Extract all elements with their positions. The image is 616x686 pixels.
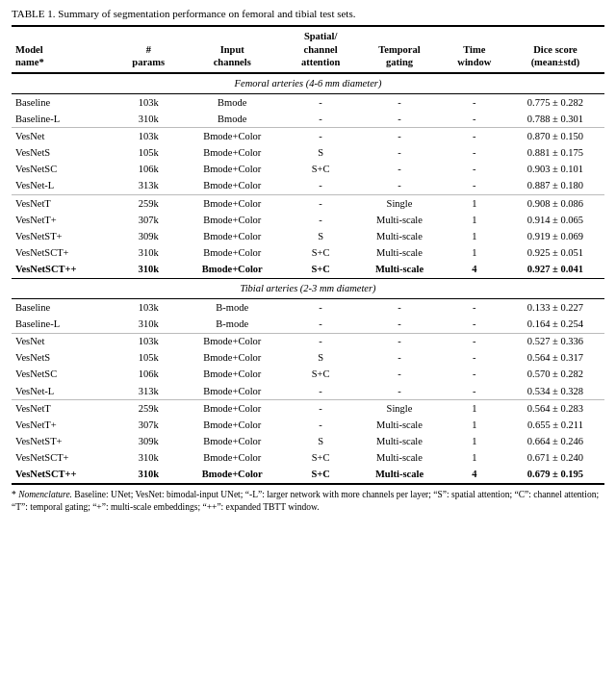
cell-value: - xyxy=(443,367,506,383)
cell-value: 1 xyxy=(443,434,506,450)
cell-value: 105k xyxy=(117,350,179,367)
cell-value: - xyxy=(285,111,356,128)
cell-value: S+C xyxy=(285,262,356,279)
cell-value: 0.870 ± 0.150 xyxy=(506,128,604,145)
cell-value: S xyxy=(285,434,356,450)
cell-value: S+C xyxy=(285,467,356,484)
cell-value: 106k xyxy=(117,367,179,383)
cell-value: - xyxy=(443,299,506,317)
table-row: VesNet-L313kBmode+Color---0.534 ± 0.328 xyxy=(12,383,604,400)
cell-value: - xyxy=(356,350,443,367)
cell-value: S+C xyxy=(285,367,356,383)
cell-value: B-mode xyxy=(179,316,285,333)
cell-value: Bmode+Color xyxy=(179,434,285,450)
model-name: VesNet xyxy=(12,128,117,145)
cell-value: - xyxy=(443,145,506,162)
cell-value: - xyxy=(443,383,506,400)
tibial-section-header: Tibial arteries (2-3 mm diameter) xyxy=(12,278,604,298)
cell-value: 0.679 ± 0.195 xyxy=(506,467,604,484)
cell-value: 307k xyxy=(117,212,179,228)
cell-value: 0.664 ± 0.246 xyxy=(506,434,604,450)
cell-value: 103k xyxy=(117,94,179,112)
model-name: VesNetSC xyxy=(12,162,117,178)
cell-value: B-mode xyxy=(179,299,285,317)
col-header-model: Modelname* xyxy=(12,26,117,73)
cell-value: Multi-scale xyxy=(356,262,443,279)
cell-value: Bmode xyxy=(179,94,285,112)
col-header-time: Timewindow xyxy=(443,26,506,73)
cell-value: 0.887 ± 0.180 xyxy=(506,178,604,195)
cell-value: Bmode+Color xyxy=(179,450,285,467)
cell-value: Multi-scale xyxy=(356,212,443,228)
cell-value: Bmode+Color xyxy=(179,195,285,213)
model-name: VesNetSCT++ xyxy=(12,262,117,279)
model-name: VesNetT xyxy=(12,195,117,213)
cell-value: 310k xyxy=(117,467,179,484)
cell-value: 0.881 ± 0.175 xyxy=(506,145,604,162)
cell-value: - xyxy=(285,212,356,228)
table-row: VesNet-L313kBmode+Color---0.887 ± 0.180 xyxy=(12,178,604,195)
table-row: VesNetST+309kBmode+ColorSMulti-scale10.9… xyxy=(12,228,604,244)
cell-value: 106k xyxy=(117,162,179,178)
cell-value: 0.570 ± 0.282 xyxy=(506,367,604,383)
cell-value: 0.788 ± 0.301 xyxy=(506,111,604,128)
table-row: VesNetST+309kBmode+ColorSMulti-scale10.6… xyxy=(12,434,604,450)
model-name: VesNetSCT+ xyxy=(12,245,117,262)
cell-value: 310k xyxy=(117,111,179,128)
cell-value: 310k xyxy=(117,316,179,333)
cell-value: - xyxy=(285,417,356,433)
cell-value: 1 xyxy=(443,195,506,213)
table-header-row: Modelname* #params Inputchannels Spatial… xyxy=(12,26,604,73)
table-row: VesNet103kBmode+Color---0.870 ± 0.150 xyxy=(12,128,604,145)
cell-value: 1 xyxy=(443,400,506,418)
cell-value: Bmode+Color xyxy=(179,400,285,418)
cell-value: 309k xyxy=(117,434,179,450)
cell-value: - xyxy=(285,299,356,317)
cell-value: Bmode+Color xyxy=(179,178,285,195)
cell-value: S+C xyxy=(285,450,356,467)
cell-value: Bmode+Color xyxy=(179,245,285,262)
cell-value: - xyxy=(285,316,356,333)
cell-value: Multi-scale xyxy=(356,467,443,484)
cell-value: S xyxy=(285,145,356,162)
cell-value: - xyxy=(443,178,506,195)
cell-value: - xyxy=(356,128,443,145)
table-row: VesNetSC106kBmode+ColorS+C--0.903 ± 0.10… xyxy=(12,162,604,178)
table-row: VesNetS105kBmode+ColorS--0.564 ± 0.317 xyxy=(12,350,604,367)
cell-value: S+C xyxy=(285,245,356,262)
cell-value: 105k xyxy=(117,145,179,162)
cell-value: 0.164 ± 0.254 xyxy=(506,316,604,333)
cell-value: Bmode+Color xyxy=(179,333,285,350)
cell-value: - xyxy=(356,145,443,162)
cell-value: 1 xyxy=(443,450,506,467)
model-name: VesNet-L xyxy=(12,178,117,195)
cell-value: 1 xyxy=(443,245,506,262)
cell-value: 0.925 ± 0.051 xyxy=(506,245,604,262)
cell-value: - xyxy=(356,178,443,195)
cell-value: 1 xyxy=(443,228,506,244)
table-row: VesNetSCT+310kBmode+ColorS+CMulti-scale1… xyxy=(12,245,604,262)
cell-value: 103k xyxy=(117,299,179,317)
model-name: VesNetS xyxy=(12,145,117,162)
model-name: VesNetS xyxy=(12,350,117,367)
cell-value: 310k xyxy=(117,245,179,262)
cell-value: 0.775 ± 0.282 xyxy=(506,94,604,112)
model-name: VesNetT+ xyxy=(12,417,117,433)
cell-value: Bmode+Color xyxy=(179,367,285,383)
table-row: VesNetT259kBmode+Color-Single10.908 ± 0.… xyxy=(12,195,604,213)
table-row: VesNetSCT+310kBmode+ColorS+CMulti-scale1… xyxy=(12,450,604,467)
femoral-section-header: Femoral arteries (4-6 mm diameter) xyxy=(12,73,604,94)
cell-value: - xyxy=(285,383,356,400)
cell-value: - xyxy=(443,162,506,178)
table-row: Baseline103kBmode---0.775 ± 0.282 xyxy=(12,94,604,112)
model-name: VesNetSCT++ xyxy=(12,467,117,484)
cell-value: - xyxy=(356,299,443,317)
cell-value: 103k xyxy=(117,333,179,350)
cell-value: Bmode+Color xyxy=(179,128,285,145)
cell-value: 0.527 ± 0.336 xyxy=(506,333,604,350)
cell-value: 307k xyxy=(117,417,179,433)
cell-value: - xyxy=(285,400,356,418)
cell-value: Bmode+Color xyxy=(179,383,285,400)
cell-value: - xyxy=(443,111,506,128)
model-name: VesNetT xyxy=(12,400,117,418)
